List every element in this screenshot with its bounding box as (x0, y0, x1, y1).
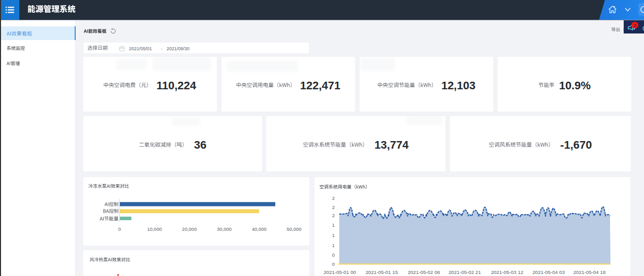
svg-text:2021-05-03 12: 2021-05-03 12 (491, 269, 524, 275)
svg-text:0: 0 (332, 261, 335, 267)
svg-text:30,000: 30,000 (217, 226, 232, 232)
svg-text:2: 2 (332, 213, 335, 218)
svg-text:2021/09/30: 2021/09/30 (167, 46, 189, 51)
svg-text:2021-05-04 18: 2021-05-04 18 (573, 269, 606, 275)
svg-text:20,000: 20,000 (182, 226, 197, 232)
svg-text:2021-05-01 00: 2021-05-01 00 (324, 269, 356, 275)
svg-text:1: 1 (332, 232, 335, 238)
svg-text:1: 1 (332, 243, 335, 248)
svg-text:0: 0 (332, 252, 335, 258)
svg-text:-1,670: -1,670 (560, 139, 592, 151)
svg-text:2: 2 (332, 195, 335, 201)
svg-text:0: 0 (118, 226, 121, 232)
svg-text:1: 1 (332, 222, 335, 228)
svg-text:36: 36 (194, 139, 206, 151)
svg-text:110,224: 110,224 (156, 79, 197, 92)
svg-text:10,000: 10,000 (147, 226, 162, 232)
svg-text:122,471: 122,471 (300, 79, 341, 92)
svg-text:-: - (161, 46, 163, 51)
svg-text:2021/05/01: 2021/05/01 (129, 46, 152, 51)
svg-text:13,774: 13,774 (374, 139, 409, 151)
svg-text:10.9%: 10.9% (559, 79, 591, 92)
svg-text:50,000: 50,000 (286, 226, 301, 232)
svg-text:2021-05-02 06: 2021-05-02 06 (408, 269, 440, 275)
svg-text:2021-05-04 03: 2021-05-04 03 (532, 269, 565, 275)
svg-text:2021-05-01 15: 2021-05-01 15 (366, 269, 398, 275)
svg-text:40,000: 40,000 (252, 226, 267, 232)
svg-text:2021-05-02 21: 2021-05-02 21 (448, 269, 481, 275)
svg-text:12,103: 12,103 (441, 79, 475, 92)
svg-text:2: 2 (332, 204, 335, 210)
